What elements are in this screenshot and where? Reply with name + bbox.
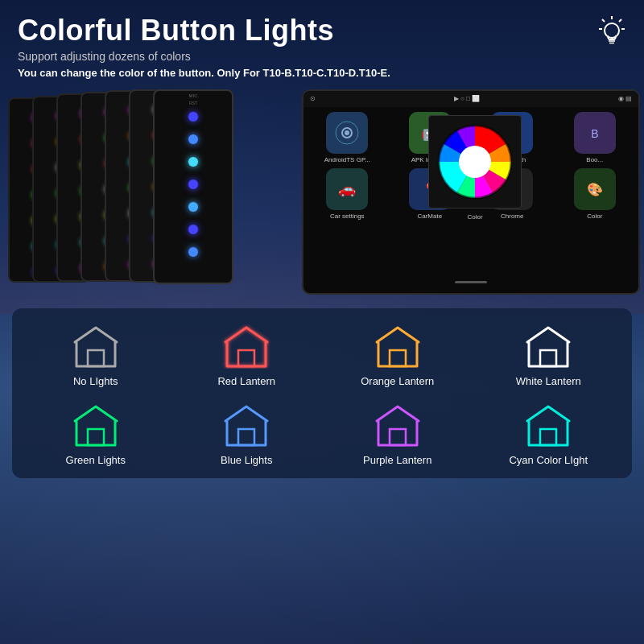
svg-line-1 [619, 19, 621, 22]
svg-marker-34 [527, 328, 569, 366]
red-lantern-label: Red Lantern [217, 375, 275, 387]
svg-marker-30 [225, 328, 267, 366]
note: You can change the color of the button. … [18, 67, 626, 79]
svg-point-10 [345, 130, 349, 135]
color-option-cyan-light[interactable]: Cyan Color LIght [500, 403, 597, 466]
white-lantern-label: White Lantern [516, 375, 581, 387]
svg-rect-35 [540, 350, 556, 366]
color-option-purple-lantern[interactable]: Purple Lantern [349, 403, 446, 466]
color-option-no-lights[interactable]: No LIghts [47, 324, 144, 387]
color-option-blue-lights[interactable]: Blue Lights [198, 403, 295, 466]
svg-marker-40 [377, 407, 419, 445]
color-wheel-popup[interactable]: Color [428, 115, 522, 208]
svg-rect-29 [88, 350, 104, 366]
svg-line-3 [602, 19, 605, 22]
color-option-green-lights[interactable]: Green Lights [47, 403, 144, 466]
house-cyan-icon [524, 403, 572, 448]
svg-text:🎨: 🎨 [587, 182, 603, 197]
main-device: ⊙ ▶ ○ □ ⬜ ◉ ▤ AndroidTS GP... [302, 89, 640, 295]
app-car-settings[interactable]: 🚗 Car settings [308, 168, 386, 220]
purple-lantern-label: Purple Lantern [363, 454, 431, 466]
house-orange-icon [374, 324, 422, 369]
svg-text:B: B [591, 127, 598, 140]
house-red-icon [222, 324, 270, 369]
color-option-white-lantern[interactable]: White Lantern [500, 324, 597, 387]
house-purple-icon [374, 403, 422, 448]
svg-rect-37 [88, 429, 104, 445]
app-color[interactable]: 🎨 Color [556, 168, 634, 220]
svg-rect-31 [238, 350, 254, 366]
color-options-panel: No LIghts Red Lantern Orange Lantern [12, 308, 632, 478]
color-options-row2: Green Lights Blue Lights Purple Lantern [20, 403, 624, 466]
bulb-icon [597, 14, 626, 47]
color-option-orange-lantern[interactable]: Orange Lantern [349, 324, 446, 387]
no-lights-label: No LIghts [73, 375, 118, 387]
svg-marker-38 [225, 407, 267, 445]
svg-rect-39 [238, 429, 254, 445]
svg-rect-43 [540, 429, 556, 445]
svg-marker-42 [527, 407, 569, 445]
svg-marker-36 [75, 407, 117, 445]
header: Colorful Button Lights Support adjusting… [0, 0, 644, 85]
orange-lantern-label: Orange Lantern [361, 375, 434, 387]
house-green-icon [72, 403, 120, 448]
color-options-row1: No LIghts Red Lantern Orange Lantern [20, 324, 624, 387]
svg-marker-28 [75, 328, 117, 366]
cyan-light-label: Cyan Color LIght [509, 454, 588, 466]
svg-rect-33 [390, 350, 406, 366]
color-wheel-svg [431, 118, 519, 206]
svg-point-26 [459, 146, 491, 178]
app-androidts[interactable]: AndroidTS GP... [308, 112, 386, 163]
house-white-icon [524, 324, 572, 369]
subtitle: Support adjusting dozens of colors [18, 50, 626, 63]
svg-text:🚗: 🚗 [338, 180, 357, 198]
app-boo[interactable]: B Boo... [556, 112, 634, 163]
color-option-red-lantern[interactable]: Red Lantern [198, 324, 295, 387]
blue-lights-label: Blue Lights [221, 454, 272, 466]
svg-point-5 [605, 23, 619, 38]
page-title: Colorful Button Lights [18, 14, 626, 47]
svg-marker-32 [377, 328, 419, 366]
status-bar: ⊙ ▶ ○ □ ⬜ ◉ ▤ [303, 91, 638, 107]
house-no-lights-icon [72, 324, 120, 369]
house-blue-icon [222, 403, 270, 448]
svg-rect-41 [390, 429, 406, 445]
green-lights-label: Green Lights [66, 454, 126, 466]
devices-section: MIC RST ⊙ ▶ ○ □ ⬜ ◉ ▤ [0, 89, 644, 299]
